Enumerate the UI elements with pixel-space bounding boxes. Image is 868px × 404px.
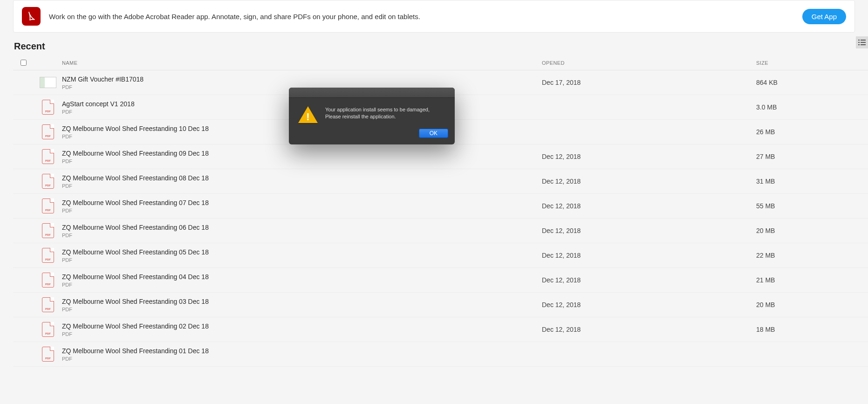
file-name: ZQ Melbourne Wool Shed Freestanding 06 D… [62, 224, 542, 231]
select-all-cell [13, 60, 34, 66]
pdf-file-icon [42, 248, 54, 263]
file-type-label: PDF [62, 257, 542, 263]
file-type-label: PDF [62, 307, 542, 312]
col-header-size[interactable]: SIZE [756, 60, 868, 66]
table-row[interactable]: ZQ Melbourne Wool Shed Freestanding 08 D… [13, 169, 868, 194]
warning-icon: ! [298, 106, 318, 124]
file-opened-date: Dec 12, 2018 [542, 227, 756, 234]
file-size: 20 MB [756, 301, 868, 308]
section-title-recent: Recent [14, 41, 868, 52]
file-opened-date: Dec 17, 2018 [542, 79, 756, 86]
table-row[interactable]: ZQ Melbourne Wool Shed Freestanding 06 D… [13, 219, 868, 243]
table-row[interactable]: ZQ Melbourne Wool Shed Freestanding 03 D… [13, 293, 868, 317]
file-type-label: PDF [62, 356, 542, 362]
svg-rect-1 [861, 40, 866, 41]
file-name: ZQ Melbourne Wool Shed Freestanding 03 D… [62, 298, 542, 305]
file-name: ZQ Melbourne Wool Shed Freestanding 02 D… [62, 322, 542, 330]
file-type-label: PDF [62, 331, 542, 337]
pdf-file-icon [42, 124, 54, 139]
svg-rect-0 [858, 40, 860, 41]
file-size: 31 MB [756, 178, 868, 185]
promo-banner: Work on the go with the Adobe Acrobat Re… [13, 0, 855, 33]
file-opened-date: Dec 12, 2018 [542, 153, 756, 160]
file-size: 3.0 MB [756, 103, 868, 111]
file-name: ZQ Melbourne Wool Shed Freestanding 04 D… [62, 273, 542, 281]
file-size: 27 MB [756, 153, 868, 160]
file-name: ZQ Melbourne Wool Shed Freestanding 01 D… [62, 347, 542, 355]
file-type-label: PDF [62, 183, 542, 189]
error-dialog: ! Your application install seems to be d… [289, 88, 455, 144]
dialog-message: Your application install seems to be dam… [325, 106, 445, 124]
table-header: NAME OPENED SIZE [13, 55, 868, 70]
file-size: 22 MB [756, 252, 868, 259]
file-size: 21 MB [756, 276, 868, 284]
file-name: ZQ Melbourne Wool Shed Freestanding 07 D… [62, 199, 542, 206]
file-name: NZM Gift Voucher #IB17018 [62, 75, 542, 83]
acrobat-app-icon [22, 7, 41, 26]
svg-rect-3 [861, 42, 866, 43]
acrobat-logo-icon [26, 11, 37, 22]
file-size: 55 MB [756, 202, 868, 210]
pdf-file-icon [42, 347, 54, 362]
table-row[interactable]: ZQ Melbourne Wool Shed Freestanding 05 D… [13, 243, 868, 268]
pdf-file-icon [42, 100, 54, 115]
file-opened-date: Dec 12, 2018 [542, 202, 756, 210]
col-header-name[interactable]: NAME [62, 60, 542, 66]
file-name: ZQ Melbourne Wool Shed Freestanding 08 D… [62, 174, 542, 182]
pdf-file-icon [42, 223, 54, 238]
pdf-file-icon [42, 297, 54, 312]
pdf-file-icon [42, 322, 54, 337]
get-app-button[interactable]: Get App [802, 9, 846, 24]
svg-rect-2 [858, 42, 860, 43]
file-size: 18 MB [756, 326, 868, 333]
document-thumbnail-icon [40, 77, 56, 88]
file-opened-date: Dec 12, 2018 [542, 301, 756, 308]
file-opened-date: Dec 12, 2018 [542, 252, 756, 259]
dialog-ok-button[interactable]: OK [419, 129, 448, 138]
file-name: ZQ Melbourne Wool Shed Freestanding 05 D… [62, 248, 542, 256]
file-size: 864 KB [756, 79, 868, 86]
svg-rect-4 [858, 44, 860, 45]
file-opened-date: Dec 12, 2018 [542, 178, 756, 185]
pdf-file-icon [42, 149, 54, 164]
promo-banner-text: Work on the go with the Adobe Acrobat Re… [49, 13, 794, 21]
view-toggle-button[interactable] [856, 36, 868, 48]
col-header-opened[interactable]: OPENED [542, 60, 756, 66]
file-type-label: PDF [62, 233, 542, 238]
svg-rect-5 [861, 44, 866, 45]
table-row[interactable]: ZQ Melbourne Wool Shed Freestanding 07 D… [13, 194, 868, 219]
file-size: 20 MB [756, 227, 868, 234]
select-all-checkbox[interactable] [21, 60, 27, 66]
file-opened-date: Dec 12, 2018 [542, 276, 756, 284]
table-row[interactable]: ZQ Melbourne Wool Shed Freestanding 01 D… [13, 342, 868, 367]
dialog-titlebar[interactable] [289, 88, 455, 98]
pdf-file-icon [42, 199, 54, 213]
pdf-file-icon [42, 273, 54, 288]
pdf-file-icon [42, 174, 54, 189]
file-type-label: PDF [62, 208, 542, 213]
file-opened-date: Dec 12, 2018 [542, 326, 756, 333]
table-row[interactable]: ZQ Melbourne Wool Shed Freestanding 09 D… [13, 144, 868, 169]
file-type-label: PDF [62, 282, 542, 288]
file-type-label: PDF [62, 158, 542, 164]
list-view-icon [858, 39, 866, 46]
file-name: ZQ Melbourne Wool Shed Freestanding 09 D… [62, 150, 542, 157]
table-row[interactable]: ZQ Melbourne Wool Shed Freestanding 04 D… [13, 268, 868, 293]
file-size: 26 MB [756, 128, 868, 136]
table-row[interactable]: ZQ Melbourne Wool Shed Freestanding 02 D… [13, 317, 868, 342]
